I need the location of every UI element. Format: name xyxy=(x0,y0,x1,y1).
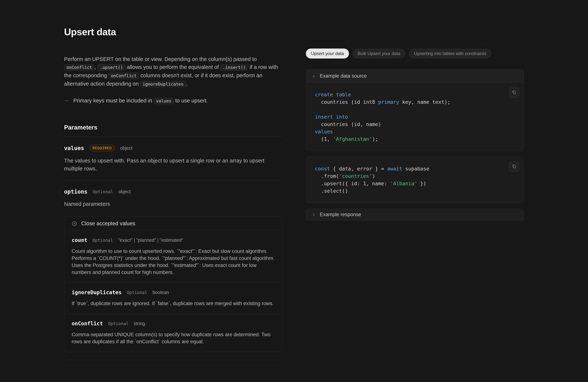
tab-upserting-with-constraints[interactable]: Upserting into tables with constraints xyxy=(409,48,492,59)
parameter-header: ignoreDuplicates Optional boolean xyxy=(72,289,274,295)
copy-icon xyxy=(512,164,517,169)
example-data-source-panel: Example data source create table countri… xyxy=(306,69,524,151)
accepted-values-panel: Close accepted values count Optional "ex… xyxy=(64,217,282,352)
example-data-source-toggle[interactable]: Example data source xyxy=(306,69,524,83)
parameter-description: Named parameters xyxy=(64,200,282,208)
parameter-description: If `true`, duplicate rows are ignored. I… xyxy=(72,300,274,307)
circle-x-icon xyxy=(72,221,77,226)
optional-badge: Optional xyxy=(108,321,129,326)
intro-paragraph: Perform an UPSERT on the table or view. … xyxy=(64,55,282,88)
required-badge: REQUIRED xyxy=(89,144,115,152)
parameter-type: object xyxy=(120,145,133,151)
chevron-right-icon xyxy=(312,212,316,217)
page-title: Upsert data xyxy=(64,26,282,37)
tab-bulk-upsert-your-data[interactable]: Bulk Upsert your data xyxy=(352,48,405,59)
accepted-item-on-conflict: onConflict Optional string Comma-separat… xyxy=(64,314,282,352)
parameter-header: values REQUIRED object xyxy=(64,144,282,152)
examples-column: Upsert your data Bulk Upsert your data U… xyxy=(306,48,524,221)
accepted-values-toggle[interactable]: Close accepted values xyxy=(64,217,282,230)
accepted-values-toggle-label: Close accepted values xyxy=(81,221,135,226)
parameter-header: options Optional object xyxy=(64,188,282,195)
parameter-header: onConflict Optional string xyxy=(72,320,274,327)
parameter-type: boolean xyxy=(152,290,169,295)
parameter-values: values REQUIRED object The values to ups… xyxy=(64,136,282,180)
example-tabs: Upsert your data Bulk Upsert your data U… xyxy=(306,48,524,59)
parameter-name: count xyxy=(72,237,87,243)
parameter-name: values xyxy=(64,145,84,151)
example-response-toggle[interactable]: Example response xyxy=(306,209,524,221)
parameter-header: count Optional "exact" | "planned" | "es… xyxy=(72,237,274,243)
parameter-type: string xyxy=(134,321,145,326)
accepted-item-ignore-duplicates: ignoreDuplicates Optional boolean If `tr… xyxy=(64,283,282,314)
docs-page: Upsert data Perform an UPSERT on the tab… xyxy=(0,0,588,382)
example-query-panel: const { data, error } = await supabase .… xyxy=(306,157,524,203)
example-data-source-label: Example data source xyxy=(320,73,367,79)
reference-article: Upsert data Perform an UPSERT on the tab… xyxy=(64,26,282,360)
optional-badge: Optional xyxy=(127,290,147,295)
example-response-label: Example response xyxy=(320,212,361,218)
optional-badge: Optional xyxy=(93,189,113,194)
parameter-description: Count algorithm to use to count upserted… xyxy=(72,248,274,276)
parameter-type: "exact" | "planned" | "estimated" xyxy=(118,238,183,243)
parameter-options: options Optional object Named parameters… xyxy=(64,180,282,360)
parameter-name: ignoreDuplicates xyxy=(72,289,122,295)
js-code: const { data, error } = await supabase .… xyxy=(315,165,515,195)
sql-code-block: create table countries (id int8 primary … xyxy=(306,83,524,151)
copy-button[interactable] xyxy=(509,87,519,98)
parameter-description: Comma-separated UNIQUE column(s) to spec… xyxy=(72,331,274,345)
copy-icon xyxy=(512,90,517,95)
chevron-down-icon xyxy=(312,74,316,78)
parameters-heading: Parameters xyxy=(64,124,282,131)
js-code-block: const { data, error } = await supabase .… xyxy=(306,157,524,203)
accepted-item-count: count Optional "exact" | "planned" | "es… xyxy=(64,230,282,283)
parameter-type: object xyxy=(118,189,131,194)
parameter-name: onConflict xyxy=(72,320,103,327)
parameter-description: The values to upsert with. Pass an objec… xyxy=(64,157,282,173)
copy-button[interactable] xyxy=(509,161,519,172)
admonition-note: Primary keys must be included in values … xyxy=(64,97,282,107)
sql-code: create table countries (id int8 primary … xyxy=(315,91,515,143)
optional-badge: Optional xyxy=(92,238,113,243)
tab-upsert-your-data[interactable]: Upsert your data xyxy=(306,48,349,59)
note-text: Primary keys must be included in values … xyxy=(73,97,208,105)
note-marker-icon xyxy=(64,97,69,107)
parameter-name: options xyxy=(64,188,87,195)
